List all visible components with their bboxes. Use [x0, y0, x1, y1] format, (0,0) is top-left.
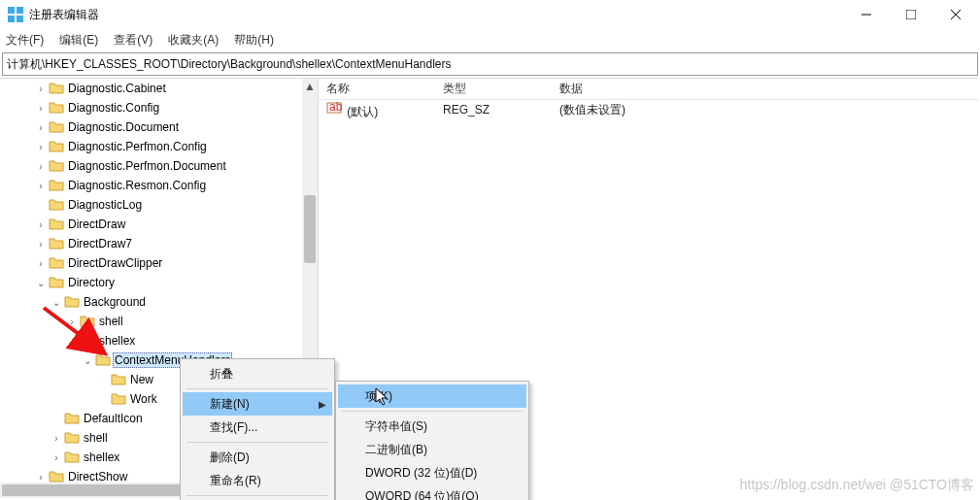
col-name[interactable]: 名称 [326, 81, 443, 97]
tree-item[interactable]: ›Diagnostic.Perfmon.Config [0, 137, 302, 156]
ctx-collapse[interactable]: 折叠 [183, 362, 332, 385]
separator [342, 411, 523, 412]
separator [186, 442, 328, 443]
maximize-button[interactable] [889, 0, 933, 29]
app-icon [8, 7, 23, 22]
menu-edit[interactable]: 编辑(E) [59, 32, 98, 49]
watermark: https://blog.csdn.net/wei @51CTO博客 [740, 477, 974, 494]
value-data-cell: (数值未设置) [559, 102, 978, 118]
svg-text:ab: ab [329, 100, 342, 114]
svg-rect-0 [8, 7, 15, 14]
minimize-button[interactable] [844, 0, 889, 29]
separator [186, 388, 328, 389]
ctx-new-key[interactable]: 项(K) [338, 384, 526, 408]
ctx-delete[interactable]: 删除(D) [183, 446, 332, 469]
listview-header[interactable]: 名称 类型 数据 [319, 79, 978, 100]
ctx-find[interactable]: 查找(F)... [183, 416, 332, 439]
string-value-icon: ab [326, 100, 342, 116]
ctx-new[interactable]: 新建(N)▶ [183, 392, 332, 416]
svg-rect-5 [906, 10, 916, 19]
col-data[interactable]: 数据 [559, 81, 978, 97]
ctx-rename[interactable]: 重命名(R) [183, 469, 332, 492]
tree-item[interactable]: ›Diagnostic.Cabinet [0, 79, 302, 98]
tree-item[interactable]: ›Diagnostic.Config [0, 98, 302, 117]
tree-item[interactable]: ›Diagnostic.Document [0, 117, 302, 137]
svg-rect-2 [8, 16, 15, 22]
tree-item[interactable]: DiagnosticLog [0, 195, 302, 215]
tree-item[interactable]: ›DirectDrawClipper [0, 253, 302, 273]
svg-rect-1 [17, 7, 23, 14]
scroll-thumb[interactable] [304, 195, 316, 263]
tree-item[interactable]: ›DirectDraw [0, 215, 302, 234]
tree-item[interactable]: ›DirectDraw7 [0, 234, 302, 253]
ctx-new-string[interactable]: 字符串值(S) [338, 415, 526, 438]
svg-rect-3 [17, 16, 23, 22]
ctx-new-qword[interactable]: QWORD (64 位)值(Q) [338, 484, 526, 500]
svg-line-10 [44, 308, 102, 351]
value-type-cell: REG_SZ [443, 103, 559, 117]
address-bar[interactable]: 计算机\HKEY_CLASSES_ROOT\Directory\Backgrou… [2, 52, 978, 76]
menu-help[interactable]: 帮助(H) [234, 32, 274, 49]
submenu-arrow-icon: ▶ [319, 399, 326, 410]
scroll-up-icon[interactable]: ▲ [302, 79, 318, 94]
ctx-new-binary[interactable]: 二进制值(B) [338, 438, 526, 461]
menu-favorites[interactable]: 收藏夹(A) [168, 32, 219, 49]
close-button[interactable] [933, 0, 978, 29]
scroll-thumb[interactable] [2, 484, 206, 496]
menu-file[interactable]: 文件(F) [6, 32, 44, 49]
context-submenu-new: 项(K) 字符串值(S) 二进制值(B) DWORD (32 位)值(D) QW… [335, 381, 529, 500]
value-name-cell: ab (默认) [326, 100, 443, 120]
menubar: 文件(F) 编辑(E) 查看(V) 收藏夹(A) 帮助(H) [0, 29, 980, 50]
window-title: 注册表编辑器 [29, 7, 99, 23]
titlebar: 注册表编辑器 [0, 0, 980, 29]
context-menu: 折叠 新建(N)▶ 查找(F)... 删除(D) 重命名(R) 导出(E) [180, 358, 335, 500]
value-row[interactable]: ab (默认) REG_SZ (数值未设置) [319, 100, 978, 119]
ctx-new-dword[interactable]: DWORD (32 位)值(D) [338, 461, 526, 484]
cursor-icon [375, 387, 390, 407]
menu-view[interactable]: 查看(V) [114, 32, 152, 49]
tree-item[interactable]: ›Diagnostic.Resmon.Config [0, 176, 302, 195]
col-type[interactable]: 类型 [443, 81, 559, 97]
annotation-arrow-icon [39, 303, 117, 361]
tree-item[interactable]: ›Diagnostic.Perfmon.Document [0, 156, 302, 176]
tree-item-directory[interactable]: ⌄Directory [0, 273, 302, 292]
separator [186, 495, 328, 496]
